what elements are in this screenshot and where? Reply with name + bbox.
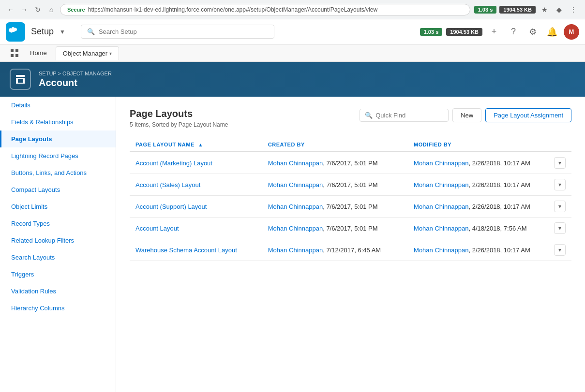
layout-name-link[interactable]: Account (Marketing) Layout xyxy=(135,160,212,167)
back-button[interactable]: ← xyxy=(6,5,15,15)
sidebar-item-lightning-record-pages[interactable]: Lightning Record Pages xyxy=(0,147,116,164)
table-row: Account (Marketing) LayoutMohan Chinnapp… xyxy=(130,152,571,174)
created-date: , 7/6/2017, 5:01 PM xyxy=(323,225,377,232)
search-input[interactable] xyxy=(99,28,268,35)
cell-layout-name: Account Layout xyxy=(130,218,262,239)
sidebar-item-details[interactable]: Details xyxy=(0,97,116,114)
sidebar-item-hierarchy-columns[interactable]: Hierarchy Columns xyxy=(0,300,116,317)
add-icon[interactable]: + xyxy=(486,24,502,40)
table-row: Account (Support) LayoutMohan Chinnappan… xyxy=(130,196,571,218)
modified-date: , 2/26/2018, 10:17 AM xyxy=(469,160,530,167)
menu-icon[interactable]: ⋮ xyxy=(568,4,579,15)
created-by-user[interactable]: Mohan Chinnappan xyxy=(268,225,323,232)
sf-header: Setup ▼ 🔍 1.03 s 1904.53 KB + ? ⚙ 🔔 M xyxy=(0,19,585,44)
modified-by-user[interactable]: Mohan Chinnappan xyxy=(414,247,468,254)
modified-by-user[interactable]: Mohan Chinnappan xyxy=(414,160,468,167)
quick-find-bar[interactable]: 🔍 xyxy=(360,109,449,122)
salesforce-logo[interactable] xyxy=(6,22,25,42)
sidebar-item-fields-relationships[interactable]: Fields & Relationships xyxy=(0,114,116,131)
sidebar-item-search-layouts[interactable]: Search Layouts xyxy=(0,249,116,266)
content-actions: 🔍 New Page Layout Assignment xyxy=(360,108,571,122)
layout-name-link[interactable]: Warehouse Schema Account Layout xyxy=(135,247,237,254)
extensions-icon[interactable]: ◆ xyxy=(553,4,565,15)
notifications-icon[interactable]: 🔔 xyxy=(544,24,560,40)
breadcrumb-object-manager[interactable]: OBJECT MANAGER xyxy=(62,71,112,76)
row-action-button[interactable]: ▾ xyxy=(554,244,566,256)
modified-by-user[interactable]: Mohan Chinnappan xyxy=(414,225,468,232)
nav-object-manager[interactable]: Object Manager ▾ xyxy=(56,46,120,60)
sidebar-item-object-limits[interactable]: Object Limits xyxy=(0,198,116,215)
sidebar-item-record-types[interactable]: Record Types xyxy=(0,215,116,232)
col-modified-by-label: MODIFIED BY xyxy=(414,142,451,147)
modified-date: , 2/26/2018, 10:17 AM xyxy=(469,203,530,210)
layout-name-link[interactable]: Account Layout xyxy=(135,225,179,232)
sidebar-item-validation-rules[interactable]: Validation Rules xyxy=(0,283,116,300)
header-size-badge: 1904.53 KB xyxy=(446,28,482,36)
avatar[interactable]: M xyxy=(564,24,579,40)
modified-date: , 4/18/2018, 7:56 AM xyxy=(469,225,527,232)
cell-created-by: Mohan Chinnappan, 7/6/2017, 5:01 PM xyxy=(262,196,408,218)
page-layouts-table: PAGE LAYOUT NAME ▲ CREATED BY MODIFIED B… xyxy=(130,138,571,261)
forward-button[interactable]: → xyxy=(19,5,29,15)
cell-created-by: Mohan Chinnappan, 7/6/2017, 5:01 PM xyxy=(262,218,408,239)
cell-layout-name: Account (Marketing) Layout xyxy=(130,152,262,174)
nav-home[interactable]: Home xyxy=(23,46,54,59)
title-area: Page Layouts 5 Items, Sorted by Page Lay… xyxy=(130,108,228,128)
created-by-user[interactable]: Mohan Chinnappan xyxy=(268,247,323,254)
row-action-button[interactable]: ▾ xyxy=(554,222,566,234)
sidebar-item-buttons-links-actions[interactable]: Buttons, Links, and Actions xyxy=(0,164,116,181)
col-name-label: PAGE LAYOUT NAME xyxy=(135,142,195,147)
page-layout-assignment-button[interactable]: Page Layout Assignment xyxy=(485,108,571,122)
app-chevron[interactable]: ▼ xyxy=(60,29,65,35)
help-icon[interactable]: ? xyxy=(506,24,521,40)
header-perf-badge: 1.03 s xyxy=(420,28,443,36)
secure-badge: Secure xyxy=(67,7,85,13)
app-name[interactable]: Setup xyxy=(31,27,54,37)
svg-rect-0 xyxy=(11,49,14,52)
new-button[interactable]: New xyxy=(452,108,481,122)
col-name[interactable]: PAGE LAYOUT NAME ▲ xyxy=(130,138,262,152)
page-title: Page Layouts xyxy=(130,108,228,119)
cell-modified-by: Mohan Chinnappan, 2/26/2018, 10:17 AM▾ xyxy=(408,239,571,261)
layout-name-link[interactable]: Account (Sales) Layout xyxy=(135,181,200,189)
browser-chrome: ← → ↻ ⌂ Secure https://mohansun-lx1-dev-… xyxy=(0,0,585,19)
object-icon xyxy=(10,69,31,90)
created-by-user[interactable]: Mohan Chinnappan xyxy=(268,160,323,167)
cell-created-by: Mohan Chinnappan, 7/6/2017, 5:01 PM xyxy=(262,174,408,196)
settings-icon[interactable]: ⚙ xyxy=(525,24,540,40)
object-header: SETUP > OBJECT MANAGER Account xyxy=(0,62,585,97)
sidebar-item-compact-layouts[interactable]: Compact Layouts xyxy=(0,181,116,198)
created-by-user[interactable]: Mohan Chinnappan xyxy=(268,181,323,189)
layout-name-link[interactable]: Account (Support) Layout xyxy=(135,203,207,210)
breadcrumb-setup: SETUP xyxy=(39,71,56,76)
search-bar[interactable]: 🔍 xyxy=(81,25,274,39)
modified-by-user[interactable]: Mohan Chinnappan xyxy=(414,203,468,210)
quick-find-input[interactable] xyxy=(375,112,443,119)
col-created-by-label: CREATED BY xyxy=(268,142,305,147)
col-modified-by[interactable]: MODIFIED BY xyxy=(408,138,571,152)
row-action-button[interactable]: ▾ xyxy=(554,157,566,169)
created-date: , 7/6/2017, 5:01 PM xyxy=(323,203,377,210)
cell-created-by: Mohan Chinnappan, 7/6/2017, 5:01 PM xyxy=(262,152,408,174)
home-button[interactable]: ⌂ xyxy=(46,5,56,15)
created-by-user[interactable]: Mohan Chinnappan xyxy=(268,203,323,210)
sidebar-item-related-lookup-filters[interactable]: Related Lookup Filters xyxy=(0,232,116,249)
content-header: Page Layouts 5 Items, Sorted by Page Lay… xyxy=(130,108,571,128)
created-date: , 7/6/2017, 5:01 PM xyxy=(323,160,377,167)
main-container: Details Fields & Relationships Page Layo… xyxy=(0,97,585,392)
reload-button[interactable]: ↻ xyxy=(33,5,43,15)
created-date: , 7/12/2017, 6:45 AM xyxy=(323,247,381,254)
size-badge: 1904.53 KB xyxy=(499,6,536,14)
row-action-button[interactable]: ▾ xyxy=(554,179,566,190)
col-created-by[interactable]: CREATED BY xyxy=(262,138,408,152)
bookmark-icon[interactable]: ★ xyxy=(539,4,550,15)
perf-badge: 1.03 s xyxy=(474,6,497,14)
sidebar-item-triggers[interactable]: Triggers xyxy=(0,266,116,283)
address-bar[interactable]: Secure https://mohansun-lx1-dev-ed.light… xyxy=(60,4,470,15)
grid-icon[interactable] xyxy=(8,46,21,60)
modified-by-user[interactable]: Mohan Chinnappan xyxy=(414,181,468,189)
created-date: , 7/6/2017, 5:01 PM xyxy=(323,181,377,189)
row-action-button[interactable]: ▾ xyxy=(554,201,566,212)
sidebar-item-page-layouts[interactable]: Page Layouts xyxy=(0,131,116,147)
cell-layout-name: Warehouse Schema Account Layout xyxy=(130,239,262,261)
